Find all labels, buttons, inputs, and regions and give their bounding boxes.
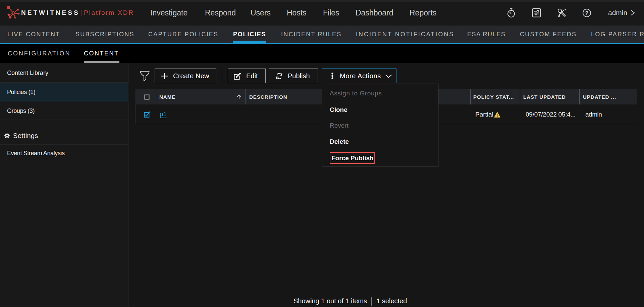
svg-text:?: ? xyxy=(585,10,588,16)
